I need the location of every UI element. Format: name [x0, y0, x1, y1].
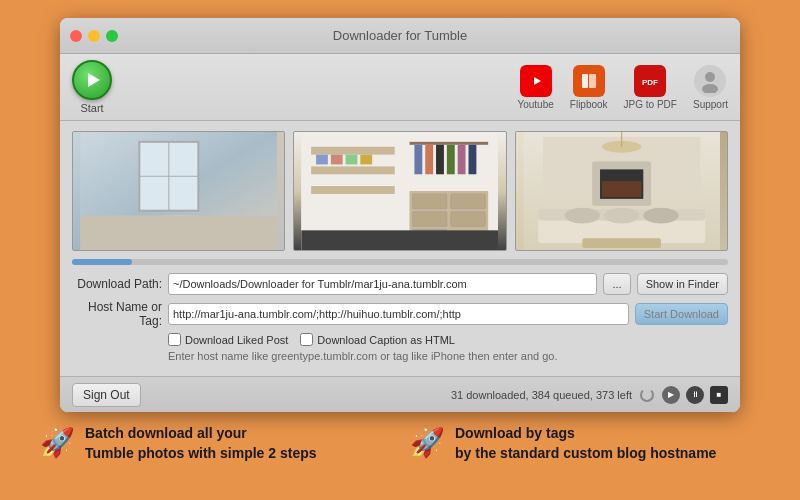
- download-path-label: Download Path:: [72, 277, 162, 291]
- rocket-icon-1: 🚀: [40, 426, 75, 459]
- svg-rect-25: [361, 155, 373, 165]
- youtube-button[interactable]: Youtube: [517, 65, 553, 110]
- svg-point-48: [643, 208, 678, 224]
- svg-rect-23: [331, 155, 343, 165]
- svg-rect-19: [311, 147, 395, 155]
- pause-control[interactable]: ⏸: [686, 386, 704, 404]
- svg-rect-49: [582, 238, 661, 248]
- youtube-label: Youtube: [517, 99, 553, 110]
- svg-rect-24: [346, 155, 358, 165]
- svg-rect-38: [451, 212, 485, 227]
- status-text: 31 downloaded, 384 queued, 373 left: [451, 389, 632, 401]
- svg-rect-4: [589, 74, 596, 88]
- jpg2pdf-icon: PDF: [634, 65, 666, 97]
- start-download-button[interactable]: Start Download: [635, 303, 728, 325]
- loading-spinner: [640, 388, 654, 402]
- app-container: Downloader for Tumble Start Y: [0, 0, 800, 500]
- support-icon: [694, 65, 726, 97]
- svg-rect-27: [415, 145, 423, 174]
- toolbar-right: Youtube Flipbook: [517, 65, 728, 110]
- svg-rect-16: [80, 216, 277, 250]
- svg-rect-31: [458, 145, 466, 174]
- stop-control[interactable]: ■: [710, 386, 728, 404]
- flipbook-label: Flipbook: [570, 99, 608, 110]
- start-button[interactable]: [72, 60, 112, 100]
- svg-point-46: [564, 208, 599, 224]
- bottom-bar: Sign Out 31 downloaded, 384 queued, 373 …: [60, 376, 740, 412]
- window-title: Downloader for Tumble: [333, 28, 467, 43]
- download-caption-checkbox[interactable]: [300, 333, 313, 346]
- host-name-label: Host Name or Tag:: [72, 300, 162, 328]
- media-controls: ▶ ⏸ ■: [662, 386, 728, 404]
- status-area: 31 downloaded, 384 queued, 373 left ▶ ⏸ …: [451, 386, 728, 404]
- rocket-icon-2: 🚀: [410, 426, 445, 459]
- sign-out-button[interactable]: Sign Out: [72, 383, 141, 407]
- flipbook-icon: [573, 65, 605, 97]
- svg-rect-52: [602, 181, 641, 197]
- marketing-item-1: 🚀 Batch download all your Tumble photos …: [40, 424, 390, 463]
- minimize-button[interactable]: [88, 30, 100, 42]
- svg-rect-22: [316, 155, 328, 165]
- image-thumb-1: [72, 131, 285, 251]
- jpg2pdf-label: JPG to PDF: [624, 99, 677, 110]
- app-window: Downloader for Tumble Start Y: [60, 18, 740, 412]
- image-thumb-2: [293, 131, 506, 251]
- toolbar: Start Youtube: [60, 54, 740, 121]
- close-button[interactable]: [70, 30, 82, 42]
- scrollbar-track[interactable]: [72, 259, 728, 265]
- svg-rect-29: [436, 145, 444, 174]
- play-control[interactable]: ▶: [662, 386, 680, 404]
- svg-rect-3: [582, 74, 588, 88]
- marketing-text-1: Batch download all your Tumble photos wi…: [85, 424, 317, 463]
- svg-rect-32: [469, 145, 477, 174]
- hint-text: Enter host name like greentype.tumblr.co…: [168, 350, 728, 362]
- checkbox-row: Download Liked Post Download Caption as …: [168, 333, 728, 346]
- scrollbar-thumb[interactable]: [72, 259, 132, 265]
- youtube-icon: [520, 65, 552, 97]
- svg-rect-21: [311, 186, 395, 194]
- flipbook-button[interactable]: Flipbook: [570, 65, 608, 110]
- svg-point-8: [702, 84, 718, 93]
- svg-rect-20: [311, 166, 395, 174]
- svg-rect-26: [410, 142, 489, 145]
- window-controls: [70, 30, 118, 42]
- svg-rect-35: [413, 212, 447, 227]
- content-area: Download Path: ... Show in Finder Host N…: [60, 121, 740, 376]
- svg-point-47: [604, 208, 639, 224]
- svg-rect-34: [413, 194, 447, 209]
- image-thumb-3: [515, 131, 728, 251]
- download-liked-check[interactable]: Download Liked Post: [168, 333, 288, 346]
- start-button-area: Start: [72, 60, 112, 114]
- support-button[interactable]: Support: [693, 65, 728, 110]
- svg-rect-37: [451, 194, 485, 209]
- marketing-item-2: 🚀 Download by tags by the standard custo…: [410, 424, 760, 463]
- marketing-text-2: Download by tags by the standard custom …: [455, 424, 716, 463]
- support-label: Support: [693, 99, 728, 110]
- jpg2pdf-button[interactable]: PDF JPG to PDF: [624, 65, 677, 110]
- svg-rect-28: [426, 145, 434, 174]
- show-in-finder-button[interactable]: Show in Finder: [637, 273, 728, 295]
- image-strip: [72, 131, 728, 251]
- svg-text:PDF: PDF: [642, 78, 658, 87]
- svg-point-7: [705, 72, 715, 82]
- maximize-button[interactable]: [106, 30, 118, 42]
- titlebar: Downloader for Tumble: [60, 18, 740, 54]
- marketing-section: 🚀 Batch download all your Tumble photos …: [0, 412, 800, 475]
- browse-button[interactable]: ...: [603, 273, 630, 295]
- download-path-input[interactable]: [168, 273, 597, 295]
- download-path-row: Download Path: ... Show in Finder: [72, 273, 728, 295]
- host-name-input[interactable]: [168, 303, 629, 325]
- download-caption-check[interactable]: Download Caption as HTML: [300, 333, 455, 346]
- download-liked-checkbox[interactable]: [168, 333, 181, 346]
- svg-rect-39: [302, 230, 499, 250]
- svg-rect-30: [447, 145, 455, 174]
- host-name-row: Host Name or Tag: Start Download: [72, 300, 728, 328]
- start-label: Start: [80, 102, 103, 114]
- play-icon: [88, 73, 100, 87]
